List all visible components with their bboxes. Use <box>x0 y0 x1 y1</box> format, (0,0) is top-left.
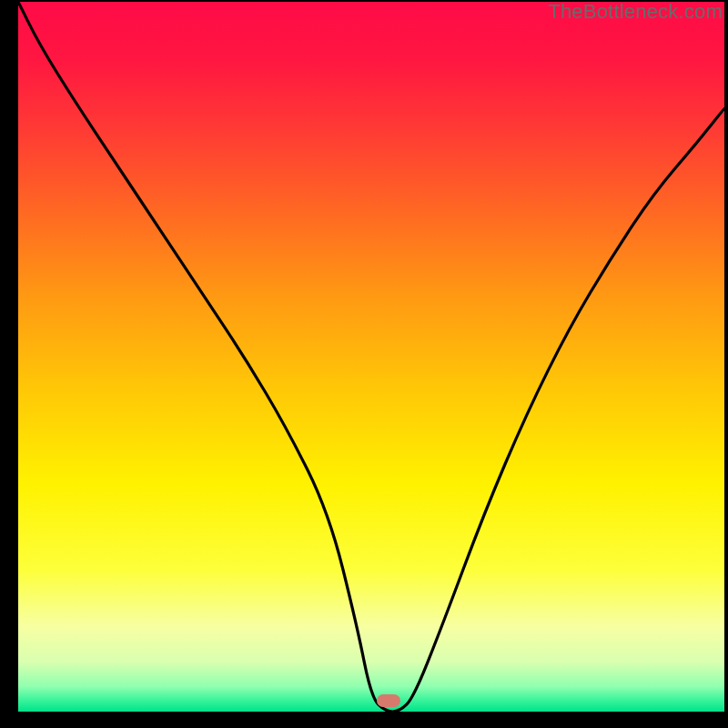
watermark-text: TheBottleneck.com <box>548 0 723 24</box>
bottleneck-marker <box>377 694 400 707</box>
chart-stage: TheBottleneck.com <box>0 0 728 728</box>
plot-area <box>18 2 724 712</box>
bottleneck-curve <box>18 2 724 712</box>
